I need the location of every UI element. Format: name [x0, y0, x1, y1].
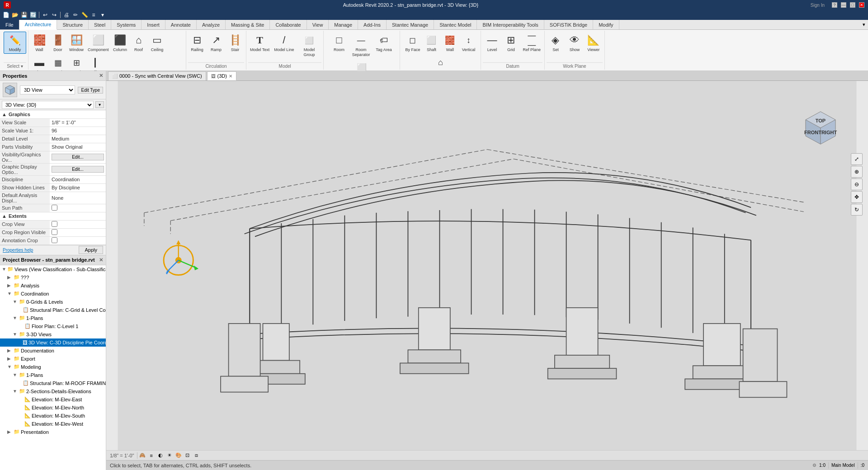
vis-graphics-edit-btn[interactable]: Edit... — [52, 154, 104, 160]
new-button[interactable]: 📄 — [2, 11, 10, 19]
tab-annotate[interactable]: Annotate — [165, 20, 197, 29]
tree-item-m-1plans[interactable]: ▼ 📁 1-Plans — [0, 371, 106, 379]
tree-item-presentation[interactable]: ▶ 📁 Presentation — [0, 428, 106, 436]
open-button[interactable]: 📂 — [11, 11, 19, 19]
undo-button[interactable]: ↩ — [41, 11, 49, 19]
ribbon-btn-show[interactable]: 👁 Show — [566, 32, 584, 54]
tree-item-coordination[interactable]: ▼ 📁 Coordination — [0, 290, 106, 298]
ribbon-btn-stair[interactable]: 🪜 Stair — [226, 32, 244, 54]
zoom-extents-btn[interactable]: ⤢ — [851, 153, 863, 165]
view-type-select[interactable]: 3D View — [20, 85, 75, 94]
ribbon-btn-grid[interactable]: ⊞ Grid — [502, 32, 520, 54]
ribbon-btn-railing[interactable]: ⊟ Railing — [188, 32, 206, 54]
tree-item-elev-north[interactable]: ▶ 📐 Elevation: M-Elev-North — [0, 404, 106, 412]
ribbon-btn-model-text[interactable]: T Model Text — [248, 32, 271, 54]
tree-item-elev-south[interactable]: ▶ 📐 Elevation: M-Elev-South — [0, 412, 106, 420]
ribbon-btn-column[interactable]: ⬛ Column — [111, 32, 129, 54]
tab-manage[interactable]: Manage — [329, 20, 358, 29]
ribbon-btn-component[interactable]: ⬜ Component — [86, 32, 111, 54]
section-toggle-extents[interactable]: ▲ — [2, 213, 7, 219]
tab-architecture[interactable]: Architecture — [19, 20, 57, 30]
expand-1plans[interactable]: ▼ — [13, 315, 18, 320]
ribbon-btn-wall-opening[interactable]: 🧱 Wall — [441, 32, 459, 54]
viewport[interactable]: TOP FRONT RIGHT ⤢ ⊕ ⊖ ✥ ↻ — [106, 81, 868, 450]
properties-scroll[interactable]: ▲ Graphics View Scale 1/8" = 1'-0" Scale… — [0, 110, 106, 245]
zoom-out-btn[interactable]: ⊖ — [851, 179, 863, 190]
section-extents[interactable]: ▲ Extents — [0, 212, 106, 220]
view-selector-dropdown[interactable]: 3D View: {3D} — [2, 101, 94, 109]
tree-item-1plans[interactable]: ▼ 📁 1-Plans — [0, 314, 106, 322]
shadows-btn[interactable]: ◐ — [156, 451, 165, 460]
thin-lines-button[interactable]: ≡ — [90, 11, 98, 19]
expand-documentation[interactable]: ▶ — [7, 348, 13, 353]
expand-analysis[interactable]: ▶ — [7, 283, 13, 288]
tab-systems[interactable]: Systems — [111, 20, 142, 29]
tree-item-unknown[interactable]: ▶ 📁 ??? — [0, 273, 106, 282]
tab-steel[interactable]: Steel — [89, 20, 111, 29]
3d-section-btn[interactable]: ⧈ — [193, 451, 201, 460]
ribbon-btn-ref-plane[interactable]: ― ― Ref Plane — [521, 32, 542, 54]
close-button[interactable]: ✕ — [859, 2, 864, 8]
hide-btn[interactable]: 🙈 — [138, 451, 146, 460]
section-graphics[interactable]: ▲ Graphics — [0, 110, 106, 118]
tab-massing[interactable]: Massing & Site — [226, 20, 270, 29]
tab-insert[interactable]: Insert — [142, 20, 165, 29]
ribbon-btn-room[interactable]: □ Room — [330, 32, 348, 54]
annotation-crop-checkbox[interactable] — [52, 237, 57, 243]
tab-collaborate[interactable]: Collaborate — [270, 20, 307, 29]
project-browser-close[interactable]: ✕ — [99, 257, 103, 263]
expand-unknown[interactable]: ▶ — [7, 275, 13, 280]
redo-button[interactable]: ↪ — [50, 11, 58, 19]
properties-help-link[interactable]: Properties help — [3, 248, 33, 253]
ribbon-btn-vertical[interactable]: ↕ Vertical — [459, 32, 477, 54]
render-btn[interactable]: 🎨 — [175, 451, 183, 460]
expand-export[interactable]: ▶ — [7, 356, 13, 361]
tree-item-elev-east[interactable]: ▶ 📐 Elevation: M-Elev-East — [0, 395, 106, 404]
sign-in[interactable]: Sign In — [811, 3, 825, 8]
help-button[interactable]: ? — [832, 2, 837, 8]
tree-item-analysis[interactable]: ▶ 📁 Analysis — [0, 282, 106, 290]
prop-value-sun-path[interactable] — [50, 204, 106, 212]
qat-more-button[interactable]: ▾ — [99, 11, 107, 19]
pan-btn[interactable]: ✥ — [851, 191, 863, 203]
crop-region-checkbox[interactable] — [52, 229, 57, 235]
tab-sync[interactable]: ⬜ 0000 - Sync with Central View (SWC) — [108, 71, 206, 80]
properties-close[interactable]: ✕ — [99, 73, 103, 79]
tab-bim[interactable]: BIM Interoperability Tools — [477, 20, 544, 29]
ribbon-more[interactable]: ▾ — [860, 20, 868, 29]
tree-item-m-2sections[interactable]: ▼ 📁 2-Sections-Details-Elevations — [0, 387, 106, 395]
tab-3d[interactable]: 🖼 (3D) ✕ — [207, 71, 236, 80]
tab-addins[interactable]: Add-Ins — [358, 20, 387, 29]
ribbon-btn-room-sep[interactable]: ― Room Separator — [349, 32, 373, 59]
tab-structure[interactable]: Structure — [57, 20, 89, 29]
ribbon-btn-level[interactable]: ― Level — [483, 32, 501, 54]
sun-path-checkbox[interactable] — [52, 205, 57, 211]
ribbon-btn-set[interactable]: ◈ Set — [547, 32, 565, 54]
expand-views[interactable]: ▼ — [2, 267, 6, 272]
minimize-button[interactable]: — — [841, 2, 846, 8]
tree-item-3d-views[interactable]: ▼ 📁 3-3D Views — [0, 330, 106, 338]
tab-stantec-model[interactable]: Stantec Model — [434, 20, 477, 29]
maximize-button[interactable]: □ — [850, 2, 855, 8]
orbit-btn[interactable]: ↻ — [851, 204, 863, 216]
expand-m-1plans[interactable]: ▼ — [13, 372, 18, 377]
tab-view[interactable]: View — [307, 20, 329, 29]
expand-presentation[interactable]: ▶ — [7, 429, 13, 434]
tree-item-export[interactable]: ▶ 📁 Export — [0, 355, 106, 363]
ribbon-btn-tag-area[interactable]: 🏷 Tag Area — [374, 32, 394, 54]
tree-item-m-roof-framing[interactable]: ▶ 📋 Structural Plan: M-ROOF FRAMING — [0, 379, 106, 387]
save-button[interactable]: 💾 — [20, 11, 28, 19]
expand-coordination[interactable]: ▼ — [7, 291, 13, 296]
tree-item-struct-plan-c[interactable]: ▶ 📋 Structural Plan: C-Grid & Level Coon — [0, 306, 106, 314]
expand-m-2sections[interactable]: ▼ — [13, 389, 18, 394]
thin-lines-btn[interactable]: ≡ — [147, 451, 156, 460]
expand-3d-views[interactable]: ▼ — [13, 332, 18, 337]
tree-item-elev-west[interactable]: ▶ 📐 Elevation: M-Elev-West — [0, 420, 106, 428]
apply-button[interactable]: Apply — [79, 246, 103, 254]
annotate-button[interactable]: ✏ — [71, 11, 80, 19]
graphic-display-edit-btn[interactable]: Edit... — [52, 166, 104, 173]
expand-grids[interactable]: ▼ — [13, 299, 18, 304]
crop-view-checkbox[interactable] — [52, 221, 57, 227]
section-toggle-graphics[interactable]: ▲ — [2, 112, 7, 117]
ribbon-btn-viewer[interactable]: 📐 Viewer — [585, 32, 603, 54]
